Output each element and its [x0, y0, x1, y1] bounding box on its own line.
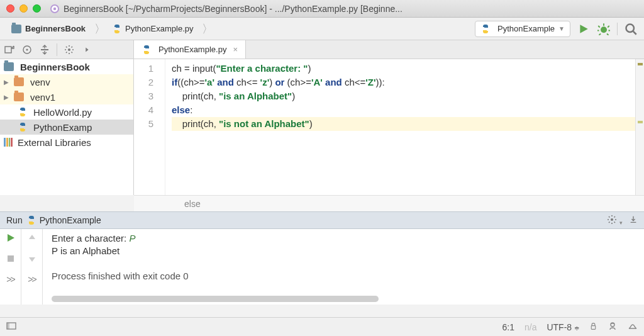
console-line: Process finished with exit code 0: [52, 271, 644, 283]
line-number: 5: [134, 117, 165, 131]
run-console[interactable]: Enter a character: P P is an Alphabet Pr…: [43, 229, 644, 305]
hide-button[interactable]: [81, 44, 92, 55]
code-editor[interactable]: 1 2 3 4 5 ch = input("Enter a character:…: [134, 59, 644, 195]
tree-item-pythonexample[interactable]: PythonExamp: [0, 120, 133, 135]
tree-root[interactable]: BeginnersBook: [0, 59, 133, 74]
console-line: P is an Alphabet: [52, 245, 644, 258]
line-number: 4: [134, 103, 165, 117]
breadcrumb-file-label: PythonExample.py: [125, 24, 193, 33]
breadcrumb-project-label: BeginnersBook: [25, 24, 86, 33]
line-number: 3: [134, 89, 165, 103]
console-line: [52, 258, 644, 271]
run-config-name: PythonExample: [497, 24, 555, 33]
debug-button[interactable]: [597, 22, 611, 36]
status-bar: 6:1 n/a UTF-8 ≑: [0, 317, 644, 336]
stop-button[interactable]: [6, 254, 16, 266]
python-file-icon: [142, 45, 152, 55]
svg-rect-7: [41, 49, 48, 50]
editor-breadcrumb: else: [134, 195, 644, 211]
code-line[interactable]: print(ch, "is an Alphabet"): [172, 89, 635, 103]
code-line[interactable]: else:: [172, 103, 635, 117]
close-tab-icon[interactable]: ×: [233, 45, 238, 54]
expand-arrow-icon[interactable]: ▶: [4, 94, 11, 101]
run-panel-title: PythonExample: [40, 215, 101, 225]
scroll-from-source-button[interactable]: [4, 44, 15, 55]
down-button[interactable]: [27, 254, 37, 266]
lock-icon[interactable]: [589, 322, 597, 332]
line-number: 2: [134, 76, 165, 89]
toolstrip: PythonExample.py ×: [0, 40, 644, 59]
svg-rect-13: [591, 325, 596, 329]
up-button[interactable]: [27, 233, 37, 245]
folder-icon: [14, 92, 24, 101]
divider: [617, 23, 618, 35]
svg-point-3: [626, 24, 635, 32]
run-config-selector[interactable]: PythonExample ▼: [475, 21, 570, 37]
libraries-icon: [4, 138, 13, 147]
close-window-button[interactable]: [6, 4, 14, 13]
project-toolbar: [0, 40, 134, 59]
python-file-icon: [480, 24, 491, 34]
code-line[interactable]: ch = input("Enter a character: "): [172, 62, 635, 76]
svg-point-2: [601, 26, 607, 33]
project-tree[interactable]: BeginnersBook ▶ venv ▶ venv1 HelloWorld.…: [0, 59, 134, 195]
editor-tabs: PythonExample.py ×: [134, 40, 246, 59]
run-toolbar-left: >>: [0, 229, 21, 305]
error-stripe[interactable]: [635, 59, 644, 195]
python-file-icon: [18, 122, 28, 132]
editor-tab-pythonexample[interactable]: PythonExample.py ×: [134, 40, 246, 59]
expand-button[interactable]: [39, 44, 50, 55]
caret-down-icon: ▼: [558, 25, 565, 32]
run-button[interactable]: [577, 22, 591, 36]
breadcrumb-project[interactable]: BeginnersBook: [6, 21, 93, 36]
svg-rect-10: [8, 255, 14, 262]
chevron-right-icon: 〉: [94, 21, 106, 36]
breadcrumb-context[interactable]: else: [184, 199, 201, 209]
code-area[interactable]: ch = input("Enter a character: ") if((ch…: [165, 59, 635, 195]
expand-icon[interactable]: >>: [28, 274, 35, 284]
line-separator[interactable]: n/a: [525, 322, 536, 332]
traffic-lights: [6, 4, 41, 13]
folder-icon: [4, 62, 14, 71]
download-icon[interactable]: [629, 215, 638, 226]
collapse-button[interactable]: [21, 44, 33, 55]
tree-item-venv1[interactable]: ▶ venv1: [0, 89, 133, 104]
run-panel-label: Run: [6, 215, 23, 225]
run-panel-header[interactable]: Run PythonExample ▾: [0, 211, 644, 229]
console-line: Enter a character: P: [52, 233, 644, 245]
expand-arrow-icon[interactable]: ▶: [4, 79, 11, 86]
zoom-window-button[interactable]: [33, 4, 41, 13]
settings-gear-icon[interactable]: [64, 44, 75, 55]
tree-external-libraries[interactable]: External Libraries: [0, 135, 133, 150]
warning-mark[interactable]: [638, 63, 643, 65]
search-button[interactable]: [624, 22, 638, 36]
encoding-selector[interactable]: UTF-8 ≑: [547, 322, 579, 332]
expand-icon[interactable]: >>: [6, 274, 14, 284]
divider: [57, 43, 57, 56]
minimize-window-button[interactable]: [19, 4, 28, 13]
caret-position[interactable]: 6:1: [502, 322, 514, 332]
window-title: BeginnersBook [~/PycharmProjects/Beginne…: [64, 4, 638, 14]
horizontal-scrollbar[interactable]: [52, 296, 379, 302]
svg-point-1: [53, 7, 56, 9]
notifications-icon[interactable]: [628, 321, 638, 333]
svg-rect-12: [7, 323, 9, 329]
warning-mark[interactable]: [638, 121, 643, 123]
folder-icon: [14, 77, 24, 86]
breadcrumb-file[interactable]: PythonExample.py: [107, 21, 201, 36]
settings-gear-icon[interactable]: ▾: [607, 215, 623, 227]
tree-item-label: venv: [30, 77, 50, 87]
python-file-icon: [26, 215, 36, 225]
line-number: 1: [134, 62, 165, 76]
svg-point-8: [68, 48, 70, 51]
tree-root-label: BeginnersBook: [20, 62, 90, 72]
rerun-button[interactable]: [6, 233, 16, 245]
code-line[interactable]: print(ch, "is not an Alphabet"): [172, 117, 635, 131]
tree-item-helloworld[interactable]: HelloWorld.py: [0, 104, 133, 120]
svg-point-6: [26, 48, 28, 50]
code-line[interactable]: if((ch>='a' and ch<= 'z') or (ch>='A' an…: [172, 76, 635, 89]
tree-item-venv[interactable]: ▶ venv: [0, 74, 133, 89]
main-split: BeginnersBook ▶ venv ▶ venv1 HelloWorld.…: [0, 59, 644, 195]
inspector-icon[interactable]: [608, 321, 618, 333]
toggle-toolwindow-icon[interactable]: [6, 321, 16, 333]
